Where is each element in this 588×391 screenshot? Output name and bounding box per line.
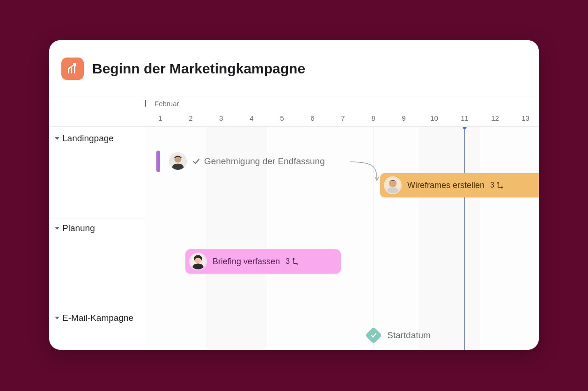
day-header: 2 — [176, 114, 206, 122]
check-icon — [370, 332, 377, 339]
growth-chart-icon — [66, 63, 79, 75]
section-label: E-Mail-Kampagne — [62, 313, 133, 323]
milestone-guideline — [374, 127, 374, 350]
today-line — [464, 127, 465, 350]
caret-down-icon — [55, 317, 59, 319]
day-header: 3 — [206, 114, 236, 122]
day-header: 11 — [449, 114, 480, 122]
section-divider — [49, 218, 145, 218]
day-header: 6 — [297, 114, 328, 122]
task-briefing[interactable]: Briefing verfassen 3 — [185, 249, 341, 274]
task-approval[interactable]: Genehmigung der Endfassung — [192, 156, 325, 167]
caret-down-icon — [55, 227, 59, 230]
subtask-icon — [496, 181, 504, 189]
subtask-icon — [292, 258, 299, 265]
task-label: Wireframes erstellen — [407, 181, 485, 190]
day-header: 9 — [389, 114, 419, 122]
day-header: 7 — [328, 114, 358, 122]
day-header: 10 — [419, 114, 449, 122]
section-toggle-email[interactable]: E-Mail-Kampagne — [55, 313, 133, 323]
task-label: Briefing verfassen — [213, 257, 280, 267]
timeline-axis: Februar 1 2 3 4 5 6 7 8 9 10 11 12 13 — [49, 96, 539, 127]
header: Beginn der Marketingkampagne — [49, 40, 539, 96]
month-label: Februar — [154, 100, 179, 108]
svg-point-8 — [293, 258, 294, 260]
task-label: Genehmigung der Endfassung — [204, 156, 325, 167]
milestone-label: Startdatum — [387, 330, 431, 340]
avatar — [384, 176, 402, 194]
timeline-grid — [49, 96, 539, 350]
day-header: 13 — [510, 114, 539, 122]
project-title: Beginn der Marketingkampagne — [92, 61, 305, 77]
column-shade — [145, 96, 539, 350]
app-card: Februar 1 2 3 4 5 6 7 8 9 10 11 12 13 La… — [49, 40, 539, 350]
avatar — [189, 253, 207, 270]
day-header: 4 — [236, 114, 267, 122]
subtask-count: 3 — [286, 257, 299, 266]
section-toggle-planung[interactable]: Planung — [55, 223, 95, 233]
day-header: 12 — [480, 114, 510, 122]
subtask-count: 3 — [490, 181, 504, 189]
task-handle[interactable] — [156, 151, 160, 172]
svg-point-3 — [389, 180, 397, 187]
section-divider — [49, 308, 145, 308]
check-icon — [192, 157, 200, 166]
day-header: 5 — [267, 114, 297, 122]
day-header: 8 — [358, 114, 389, 122]
section-label: Landingpage — [62, 133, 114, 144]
task-wireframes[interactable]: Wireframes erstellen 3 — [380, 173, 539, 197]
day-header: 1 — [145, 114, 176, 122]
section-toggle-landingpage[interactable]: Landingpage — [55, 133, 114, 144]
section-label: Planung — [62, 223, 95, 233]
caret-down-icon — [55, 137, 59, 140]
month-tick — [145, 100, 146, 107]
project-icon — [61, 58, 84, 80]
avatar — [169, 152, 187, 170]
